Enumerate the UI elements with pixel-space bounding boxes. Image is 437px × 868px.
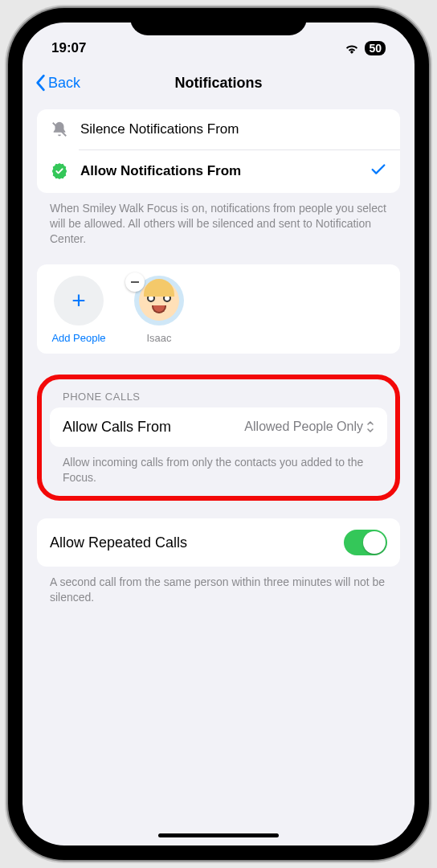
- back-label: Back: [48, 75, 80, 92]
- battery-level: 50: [369, 42, 382, 55]
- chevron-left-icon: [34, 74, 47, 92]
- person-name: Isaac: [146, 332, 171, 344]
- plus-icon: +: [54, 276, 104, 326]
- repeated-calls-toggle[interactable]: [344, 530, 387, 555]
- page-title: Notifications: [174, 75, 262, 92]
- repeated-footer: A second call from the same person withi…: [37, 567, 400, 605]
- add-people-label: Add People: [51, 332, 105, 344]
- checkmark-icon: [370, 161, 387, 182]
- home-indicator[interactable]: [158, 833, 279, 837]
- back-button[interactable]: Back: [34, 74, 80, 92]
- repeated-calls-label: Allow Repeated Calls: [50, 534, 344, 551]
- verified-badge-icon: [50, 162, 69, 180]
- allow-label: Allow Notifications From: [80, 163, 358, 179]
- status-time: 19:07: [51, 40, 86, 56]
- calls-footer: Allow incoming calls from only the conta…: [50, 447, 387, 485]
- repeated-calls-row: Allow Repeated Calls: [37, 518, 400, 567]
- battery-indicator: 50: [365, 41, 386, 55]
- silence-row[interactable]: Silence Notifications From: [37, 109, 400, 149]
- nav-bar: Back Notifications: [22, 63, 415, 103]
- mode-footer: When Smiley Walk Focus is on, notificati…: [37, 193, 400, 247]
- screen: 19:07 50 Back Notifications: [22, 23, 415, 845]
- silence-label: Silence Notifications From: [80, 121, 387, 137]
- notch: [130, 8, 307, 35]
- highlight-annotation: PHONE CALLS Allow Calls From Allowed Peo…: [37, 375, 400, 502]
- phone-frame: 19:07 50 Back Notifications: [8, 8, 429, 860]
- chevron-updown-icon: [366, 420, 374, 433]
- add-people-button[interactable]: + Add People: [50, 276, 108, 344]
- allow-row[interactable]: Allow Notifications From: [37, 149, 400, 193]
- wifi-icon: [344, 43, 360, 54]
- allow-calls-value: Allowed People Only: [244, 420, 374, 434]
- remove-person-button[interactable]: [125, 272, 145, 292]
- people-card: + Add People Isaac: [37, 264, 400, 354]
- person-item[interactable]: Isaac: [130, 276, 188, 344]
- phone-calls-header: PHONE CALLS: [50, 383, 387, 407]
- allow-calls-label: Allow Calls From: [63, 419, 244, 436]
- mode-card: Silence Notifications From Allow Notific…: [37, 109, 400, 193]
- bell-slash-icon: [50, 121, 69, 138]
- allow-calls-row[interactable]: Allow Calls From Allowed People Only: [50, 407, 387, 447]
